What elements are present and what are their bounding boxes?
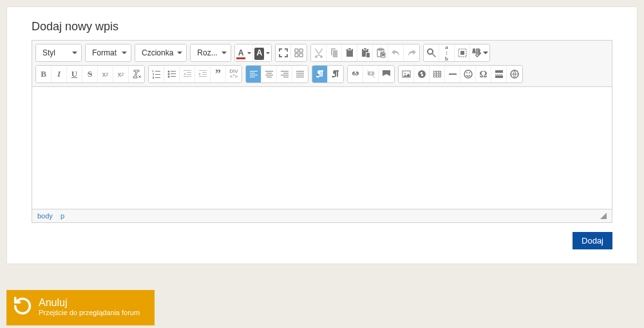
smiley-button[interactable] [460, 66, 476, 82]
svg-point-11 [469, 72, 470, 73]
ltr-button[interactable] [312, 66, 328, 82]
rtl-button[interactable] [328, 66, 343, 82]
panel-heading: Dodaj nowy wpis [32, 20, 612, 34]
path-p[interactable]: p [61, 212, 64, 220]
anchor-button[interactable] [379, 66, 394, 82]
resize-handle-icon[interactable] [600, 213, 607, 219]
size-dropdown[interactable]: Roz... [191, 44, 230, 61]
link-button[interactable] [348, 66, 363, 82]
spellcheck-button[interactable] [470, 44, 489, 61]
subscript-button[interactable]: x2 [98, 66, 113, 82]
copy-button[interactable] [327, 44, 342, 61]
cancel-subtitle: Przejście do przeglądania forum [39, 309, 140, 318]
chevron-down-icon [266, 52, 270, 54]
svg-point-2 [167, 71, 169, 73]
show-blocks-button[interactable] [291, 44, 307, 61]
editor-elements-path: body p [32, 209, 612, 222]
blockquote-button[interactable]: ” [211, 66, 226, 82]
strike-button[interactable]: S [82, 66, 98, 82]
align-justify-button[interactable] [292, 66, 308, 82]
chevron-down-icon [72, 52, 77, 54]
svg-point-3 [167, 73, 169, 75]
align-left-button[interactable] [246, 66, 261, 82]
unlink-button[interactable] [363, 66, 379, 82]
bullet-list-button[interactable] [164, 66, 180, 82]
cancel-card[interactable]: Anuluj Przejście do przeglądania forum [6, 290, 155, 325]
svg-point-10 [466, 72, 468, 73]
svg-rect-1 [460, 51, 464, 55]
chevron-down-icon [247, 52, 251, 54]
undo-button[interactable] [388, 44, 404, 61]
style-dropdown[interactable]: Styl [36, 44, 81, 61]
find-button[interactable] [424, 44, 439, 61]
editor-content-area[interactable] [32, 86, 612, 209]
chevron-down-icon [222, 52, 227, 54]
special-char-button[interactable]: Ω [476, 66, 491, 82]
cut-button[interactable] [311, 44, 327, 61]
image-button[interactable] [399, 66, 414, 82]
chevron-down-icon [177, 52, 182, 54]
svg-point-9 [464, 70, 472, 78]
add-entry-panel: Dodaj nowy wpis Styl Format Czcionka [6, 6, 638, 264]
replace-button[interactable]: a↕b [439, 44, 455, 61]
redo-button[interactable] [404, 44, 419, 61]
indent-button[interactable] [195, 66, 211, 82]
italic-button[interactable]: I [52, 66, 67, 82]
cancel-title: Anuluj [39, 296, 140, 309]
svg-rect-8 [449, 73, 457, 75]
hr-button[interactable] [445, 66, 460, 82]
numbered-list-button[interactable] [149, 66, 164, 82]
remove-format-button[interactable] [129, 66, 144, 82]
chevron-down-icon [483, 52, 488, 54]
iframe-button[interactable] [507, 66, 522, 82]
table-button[interactable] [430, 66, 445, 82]
chevron-down-icon [122, 52, 127, 54]
paste-button[interactable] [342, 44, 357, 61]
format-dropdown[interactable]: Format [86, 44, 131, 61]
svg-point-4 [167, 76, 169, 78]
svg-point-6 [404, 73, 406, 74]
bg-color-button[interactable]: A [253, 44, 271, 61]
undo-circle-icon [12, 295, 33, 319]
path-body[interactable]: body [37, 212, 53, 220]
outdent-button[interactable] [180, 66, 195, 82]
maximize-button[interactable] [276, 44, 291, 61]
align-center-button[interactable] [261, 66, 277, 82]
div-container-button[interactable]: DIV<°> [226, 66, 242, 82]
toolbar-row-1: Styl Format Czcionka Roz... A [32, 41, 612, 65]
superscript-button[interactable]: x2 [113, 66, 129, 82]
bold-button[interactable]: B [36, 66, 52, 82]
paste-text-button[interactable] [357, 44, 373, 61]
pagebreak-button[interactable] [491, 66, 507, 82]
rich-text-editor: Styl Format Czcionka Roz... A [32, 40, 612, 223]
svg-point-7 [418, 70, 426, 78]
submit-button[interactable]: Dodaj [573, 232, 612, 249]
text-color-button[interactable]: A [235, 44, 254, 61]
select-all-button[interactable] [455, 44, 470, 61]
font-dropdown[interactable]: Czcionka [135, 44, 186, 61]
paste-word-button[interactable] [373, 44, 388, 61]
align-right-button[interactable] [277, 66, 292, 82]
toolbar-row-2: B I U S x2 x2 [32, 65, 612, 86]
underline-button[interactable]: U [67, 66, 82, 82]
flash-button[interactable] [414, 66, 430, 82]
